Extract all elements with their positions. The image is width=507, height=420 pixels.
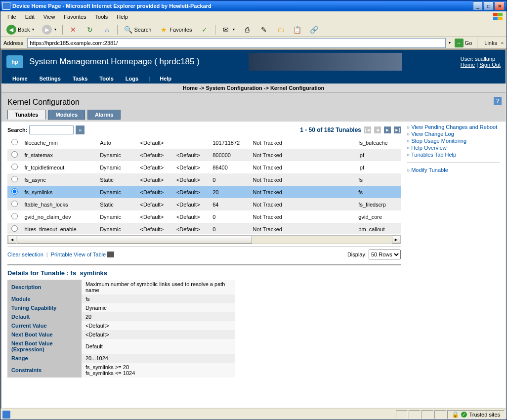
pager-last-button[interactable]: ►| <box>394 126 401 133</box>
search-input[interactable] <box>29 126 74 134</box>
detail-label: Module <box>7 294 82 303</box>
nav-home[interactable]: Home <box>6 76 34 82</box>
row-radio[interactable] <box>11 151 18 158</box>
row-radio[interactable] <box>11 225 18 232</box>
row-curr: <Default> <box>137 198 173 210</box>
pager-next-button[interactable]: ► <box>384 126 391 133</box>
nav-help[interactable]: Help <box>154 76 177 82</box>
signout-link[interactable]: Sign Out <box>479 62 501 68</box>
svg-rect-1 <box>498 13 503 16</box>
edit-button[interactable]: ✎ <box>256 24 271 36</box>
row-radio[interactable] <box>11 164 18 170</box>
sidebar-link[interactable]: View Change Log <box>407 130 500 137</box>
tab-modules[interactable]: Modules <box>48 110 85 120</box>
row-next: <Default> <box>173 173 210 186</box>
table-row[interactable]: hires_timeout_enableDynamic<Default><Def… <box>7 223 401 234</box>
details-row: DescriptionMaximum number of symbolic li… <box>7 280 235 294</box>
search-go-button[interactable]: » <box>76 126 84 134</box>
pager-prev-button[interactable]: ◄ <box>374 126 381 133</box>
row-type: Static <box>97 198 137 210</box>
chevron-down-icon[interactable]: ▾ <box>449 41 451 45</box>
clear-selection-link[interactable]: Clear selection <box>7 252 43 257</box>
links-menu[interactable]: Links <box>482 40 499 46</box>
history-button[interactable]: ✓ <box>197 24 212 36</box>
row-radio[interactable] <box>11 176 18 182</box>
menu-help[interactable]: Help <box>113 13 132 21</box>
table-row[interactable]: ftable_hash_locksStatic<Default><Default… <box>7 198 401 210</box>
sidebar-link[interactable]: Modify Tunable <box>407 167 500 173</box>
mail-button[interactable]: ✉▾ <box>218 24 238 36</box>
sidebar-link[interactable]: Help Overview <box>407 144 500 151</box>
table-row[interactable]: fs_asyncStatic<Default><Default>0Not Tra… <box>7 173 401 186</box>
folder-icon: 🗀 <box>276 25 285 34</box>
row-type: Static <box>97 173 137 186</box>
row-value: 0 <box>210 223 250 234</box>
refresh-icon: ↻ <box>85 25 94 34</box>
sidebar-link[interactable]: Stop Usage Monitoring <box>407 137 500 144</box>
table-row[interactable]: gvid_no_claim_devDynamic<Default><Defaul… <box>7 210 401 223</box>
detail-value: <Default> <box>82 321 235 330</box>
home-link[interactable]: Home <box>461 62 475 68</box>
svg-rect-2 <box>493 17 498 20</box>
row-curr: <Default> <box>137 161 173 173</box>
nav-settings[interactable]: Settings <box>34 76 67 82</box>
row-radio[interactable] <box>11 188 18 195</box>
menu-view[interactable]: View <box>40 13 59 21</box>
chevron-down-icon: ▾ <box>32 27 34 32</box>
paste-button[interactable]: 📋 <box>290 24 305 36</box>
favorites-button[interactable]: ★Favorites <box>156 24 195 36</box>
refresh-button[interactable]: ↻ <box>83 24 97 36</box>
header-image <box>249 53 402 71</box>
scroll-right-icon[interactable]: ► <box>392 236 400 244</box>
help-icon[interactable]: ? <box>494 97 502 105</box>
table-row[interactable]: filecache_minAuto<Default>101711872Not T… <box>7 136 401 149</box>
search-button[interactable]: 🔍Search <box>121 24 154 36</box>
row-radio[interactable] <box>11 139 18 145</box>
menu-edit[interactable]: Edit <box>21 13 39 21</box>
row-type: Dynamic <box>97 223 137 234</box>
table-row[interactable]: fs_symlinksDynamic<Default><Default>20No… <box>7 186 401 198</box>
close-button[interactable]: ✕ <box>495 1 505 10</box>
address-input[interactable] <box>27 38 445 48</box>
menu-favorites[interactable]: Favorites <box>60 13 90 21</box>
pager-first-button[interactable]: |◄ <box>364 126 371 133</box>
scroll-left-icon[interactable]: ◄ <box>8 236 16 244</box>
stop-button[interactable]: ✕ <box>66 24 81 36</box>
horizontal-scrollbar[interactable]: ◄ ► <box>7 235 401 244</box>
back-button[interactable]: ◄ Back ▾ <box>3 24 37 36</box>
tab-tunables[interactable]: Tunables <box>7 110 45 120</box>
folder-button[interactable]: 🗀 <box>273 24 288 36</box>
row-module: fs <box>355 186 401 198</box>
details-row: Current Value<Default> <box>7 321 235 330</box>
trusted-icon: ✓ <box>461 412 467 418</box>
forward-button[interactable]: ► ▾ <box>39 24 59 36</box>
row-name: fs_async <box>22 173 97 186</box>
nav-tasks[interactable]: Tasks <box>67 76 93 82</box>
menu-tools[interactable]: Tools <box>91 13 112 21</box>
table-row[interactable]: fr_tcpidletimeoutDynamic<Default><Defaul… <box>7 161 401 173</box>
chevron-down-icon: ▾ <box>233 27 235 32</box>
printable-view-link[interactable]: Printable View of Table <box>51 252 106 257</box>
go-button[interactable]: → Go <box>453 39 474 47</box>
row-next: <Default> <box>173 210 210 223</box>
table-row[interactable]: fr_statemaxDynamic<Default><Default>8000… <box>7 149 401 161</box>
menu-file[interactable]: File <box>3 13 20 21</box>
nav-logs[interactable]: Logs <box>120 76 144 82</box>
home-button[interactable]: ⌂ <box>99 24 114 36</box>
scroll-thumb[interactable] <box>17 236 252 244</box>
chevron-right-icon[interactable]: » <box>501 41 504 45</box>
links-button[interactable]: 🔗 <box>307 24 322 36</box>
row-radio[interactable] <box>11 213 18 219</box>
tab-alarms[interactable]: Alarms <box>87 110 121 120</box>
print-button[interactable]: ⎙ <box>240 24 254 36</box>
mail-icon: ✉ <box>221 25 230 34</box>
detail-value: <Default> <box>82 330 235 339</box>
minimize-button[interactable]: _ <box>473 1 483 10</box>
sidebar-link[interactable]: View Pending Changes and Reboot <box>407 124 500 130</box>
display-rows-select[interactable]: 50 Rows <box>369 250 401 259</box>
nav-bar: Home Settings Tasks Tools Logs | Help <box>1 74 506 84</box>
row-radio[interactable] <box>11 201 18 207</box>
sidebar-link[interactable]: Tunables Tab Help <box>407 151 500 158</box>
nav-tools[interactable]: Tools <box>93 76 120 82</box>
maximize-button[interactable]: □ <box>484 1 494 10</box>
